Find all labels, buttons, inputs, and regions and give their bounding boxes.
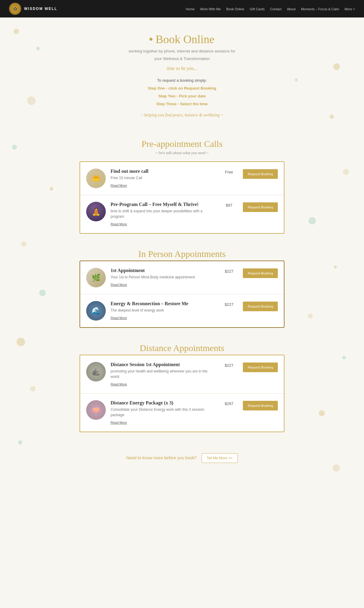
- service-name: Distance Energy Package (x 3): [111, 400, 215, 406]
- step2: Step Two - Pick your date: [158, 94, 206, 98]
- nav-link[interactable]: Home: [186, 7, 195, 11]
- nav-link-item[interactable]: About: [287, 6, 296, 11]
- service-image: 🪨: [86, 362, 106, 382]
- title-dot: [149, 38, 152, 41]
- nav-link-item[interactable]: Home: [186, 6, 195, 11]
- read-more-link[interactable]: Read More: [111, 184, 127, 187]
- nav-link[interactable]: Gift Cards: [250, 7, 265, 11]
- page-title: Book Online: [6, 33, 358, 46]
- page-wrapper: ✿ WISDOM WELL HomeWork With MeBook Onlin…: [0, 0, 364, 472]
- service-card: 🤲Find out more callFree 15 minute CallRe…: [80, 162, 284, 195]
- nav-link-item[interactable]: Contact: [270, 6, 281, 11]
- service-image: 🧘: [86, 202, 106, 221]
- service-card: 🪨Distance Session 1st Appointmentpromoti…: [80, 355, 284, 394]
- cards-container-pre-appointment: 🤲Find out more callFree 15 minute CallRe…: [74, 161, 290, 234]
- service-description: Your 1st In Person Mind-Body medicine ap…: [111, 274, 215, 280]
- service-description: time to shift & expand into your deeper …: [111, 208, 215, 219]
- service-description: Consolidate your Distance Energy work wi…: [111, 407, 215, 418]
- nav-link-item[interactable]: More >: [344, 6, 355, 11]
- service-info: 1st AppointmentYour 1st In Person Mind-B…: [111, 268, 215, 287]
- service-price: $97: [220, 202, 238, 207]
- nav-link-item[interactable]: Gift Cards: [250, 6, 265, 11]
- nav-link[interactable]: About: [287, 7, 296, 11]
- service-card: 🌿1st AppointmentYour 1st In Person Mind-…: [80, 261, 284, 294]
- cards-container-in-person: 🌿1st AppointmentYour 1st In Person Mind-…: [74, 261, 290, 328]
- request-booking-button[interactable]: Request Booking: [243, 363, 278, 372]
- service-price: $227: [220, 301, 238, 307]
- service-info: Pre-Program Call – Free Myself & Thrive!…: [111, 202, 215, 226]
- section-title-distance: Distance Appointments: [0, 343, 364, 353]
- logo-icon: ✿: [9, 3, 21, 15]
- service-name: 1st Appointment: [111, 268, 215, 273]
- hero-subtitle-line2: your Wellness & Transformation: [6, 56, 358, 61]
- request-booking-button[interactable]: Request Booking: [243, 401, 278, 410]
- service-image: 🌿: [86, 268, 106, 287]
- nav-link-item[interactable]: Work With Me: [200, 6, 221, 11]
- service-name: Distance Session 1st Appointment: [111, 362, 215, 367]
- section-title-in-person: In Person Appointments: [0, 249, 364, 259]
- section-subtitle-pre-appointment: ~ let's talk about what you need ~: [0, 150, 364, 155]
- request-booking-button[interactable]: Request Booking: [243, 169, 278, 179]
- nav-link[interactable]: Moments – Focus & Calm: [301, 7, 339, 11]
- read-more-link[interactable]: Read More: [111, 421, 127, 424]
- read-more-link[interactable]: Read More: [111, 222, 127, 226]
- service-info: Find out more callFree 15 minute CallRea…: [111, 169, 215, 188]
- step1: Step One - click on Request Booking: [148, 86, 216, 90]
- service-name: Energy & Reconnection – Restore Me: [111, 301, 215, 306]
- service-image: 🌊: [86, 301, 106, 321]
- request-booking-button[interactable]: Request Booking: [243, 302, 278, 311]
- nav-link[interactable]: Contact: [270, 7, 281, 11]
- service-card: 🪷Distance Energy Package (x 3)Consolidat…: [80, 394, 284, 432]
- nav-link[interactable]: Book Online: [226, 7, 244, 11]
- card-box-in-person: 🌿1st AppointmentYour 1st In Person Mind-…: [80, 261, 284, 328]
- nav-link[interactable]: Work With Me: [200, 7, 221, 11]
- hero-italic: time to be you...: [6, 66, 358, 71]
- read-more-link[interactable]: Read More: [111, 283, 127, 287]
- service-image: 🤲: [86, 169, 106, 188]
- nav-link[interactable]: More >: [344, 7, 355, 11]
- request-booking-button[interactable]: Request Booking: [243, 202, 278, 212]
- footer-text: Need to know more before you book?: [126, 455, 196, 460]
- service-description: The deepest level of energy work: [111, 308, 215, 313]
- hero-subtitle-line1: working together by phone, internet and …: [6, 49, 358, 53]
- decor-dot: [18, 440, 22, 445]
- tell-me-more-button[interactable]: Tell Me More >>: [202, 453, 238, 463]
- service-card: 🌊Energy & Reconnection – Restore MeThe d…: [80, 294, 284, 327]
- navbar: ✿ WISDOM WELL HomeWork With MeBook Onlin…: [0, 0, 364, 17]
- request-booking-button[interactable]: Request Booking: [243, 268, 278, 278]
- sections-container: Pre-appointment Calls~ let's talk about …: [0, 139, 364, 432]
- card-box-distance: 🪨Distance Session 1st Appointmentpromoti…: [80, 355, 284, 432]
- service-name: Pre-Program Call – Free Myself & Thrive!: [111, 202, 215, 207]
- footer-strip: Need to know more before you book? Tell …: [0, 444, 364, 472]
- service-price: $227: [220, 362, 238, 368]
- section-title-pre-appointment: Pre-appointment Calls: [0, 139, 364, 149]
- logo-text: WISDOM WELL: [24, 7, 57, 11]
- service-description: Free 15 minute Call: [111, 175, 215, 181]
- service-name: Find out more call: [111, 169, 215, 174]
- nav-link-item[interactable]: Book Online: [226, 6, 244, 11]
- service-info: Energy & Reconnection – Restore MeThe de…: [111, 301, 215, 320]
- read-more-link[interactable]: Read More: [111, 316, 127, 320]
- nav-link-item[interactable]: Moments – Focus & Calm: [301, 6, 339, 11]
- step3: Step Three - Select the time: [156, 102, 208, 106]
- hero-steps: To request a booking simply: Step One - …: [6, 77, 358, 108]
- service-description: promoting your health and wellbeing wher…: [111, 369, 215, 379]
- logo[interactable]: ✿ WISDOM WELL: [9, 3, 57, 15]
- hero-tagline: ~ helping you find peace, balance & well…: [6, 113, 358, 118]
- service-card: 🧘Pre-Program Call – Free Myself & Thrive…: [80, 195, 284, 233]
- service-image: 🪷: [86, 400, 106, 420]
- hero-section: Book Online working together by phone, i…: [0, 17, 364, 124]
- nav-links: HomeWork With MeBook OnlineGift CardsCon…: [186, 6, 355, 11]
- service-price: $297: [220, 400, 238, 406]
- read-more-link[interactable]: Read More: [111, 382, 127, 386]
- card-box-pre-appointment: 🤲Find out more callFree 15 minute CallRe…: [80, 161, 284, 234]
- service-info: Distance Energy Package (x 3)Consolidate…: [111, 400, 215, 425]
- service-price: Free: [220, 169, 238, 174]
- service-info: Distance Session 1st Appointmentpromotin…: [111, 362, 215, 387]
- service-price: $227: [220, 268, 238, 274]
- booking-intro: To request a booking simply:: [6, 77, 358, 84]
- cards-container-distance: 🪨Distance Session 1st Appointmentpromoti…: [74, 355, 290, 432]
